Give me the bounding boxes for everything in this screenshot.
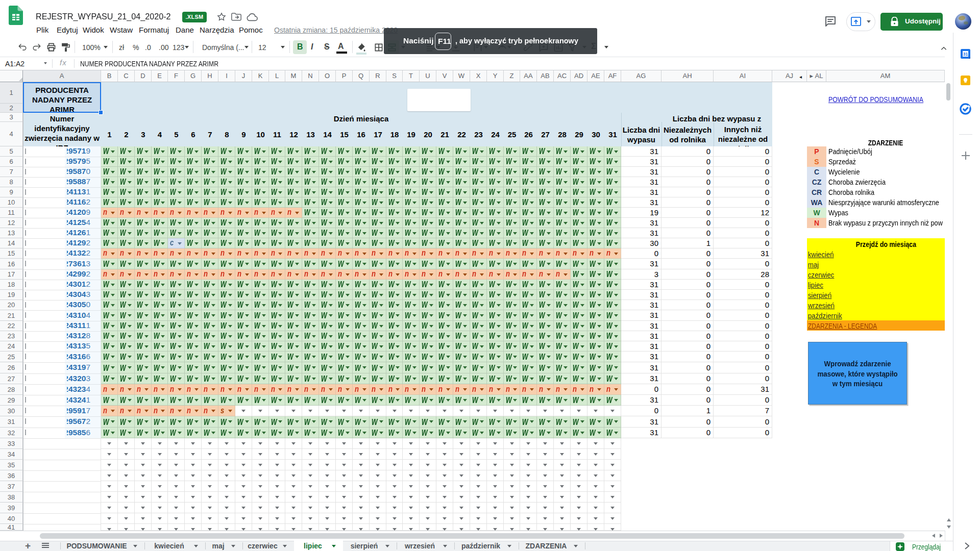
svg-text:31: 31	[963, 52, 968, 57]
